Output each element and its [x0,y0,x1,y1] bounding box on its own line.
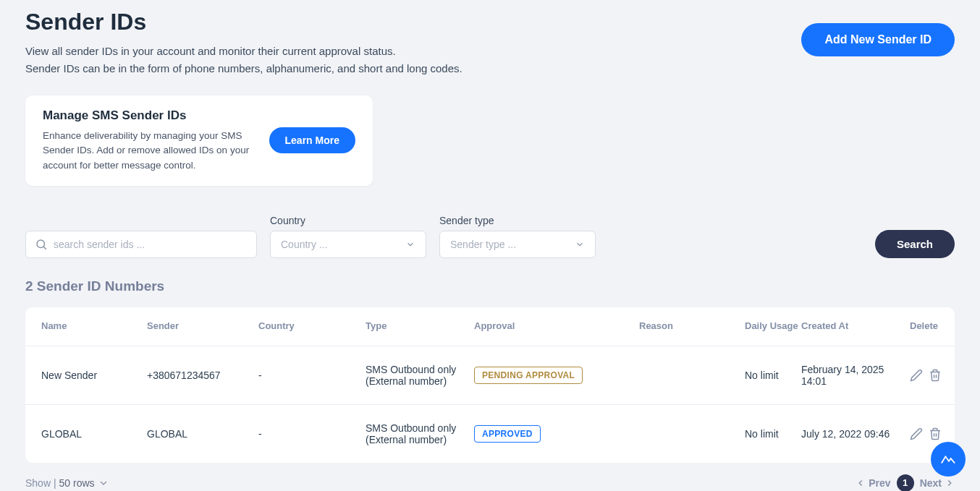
cell-approval: APPROVED [474,425,639,443]
sender-table: Name Sender Country Type Approval Reason… [25,307,955,463]
edit-icon[interactable] [910,427,923,440]
chevron-down-icon [98,477,109,489]
th-type: Type [366,320,474,333]
chevron-down-icon [575,239,585,249]
cell-type: SMS Outbound only (External number) [366,364,474,387]
search-input-wrapper[interactable] [25,231,257,258]
section-title: 2 Sender ID Numbers [25,278,955,294]
learn-more-button[interactable]: Learn More [269,127,355,153]
card-title: Manage SMS Sender IDs [43,108,260,123]
page-number[interactable]: 1 [897,474,914,491]
pagination: Prev 1 Next [856,474,955,491]
edit-icon[interactable] [910,369,923,382]
show-label: Show | [25,477,56,489]
trash-icon[interactable] [929,369,942,382]
th-reason: Reason [639,320,745,333]
cell-usage: No limit [745,370,801,381]
prev-button[interactable]: Prev [856,477,890,489]
trash-icon[interactable] [929,427,942,440]
country-label: Country [270,215,426,226]
approval-badge: APPROVED [474,425,541,443]
cell-sender: +380671234567 [147,370,258,381]
th-sender: Sender [147,320,258,333]
table-row: New Sender +380671234567 - SMS Outbound … [25,346,955,405]
country-select[interactable]: Country ... [270,231,426,258]
add-sender-button[interactable]: Add New Sender ID [801,23,955,56]
rows-per-page-select[interactable]: Show | 50 rows [25,477,109,489]
search-input[interactable] [54,239,248,250]
search-icon [35,238,48,251]
chevron-right-icon [945,478,955,488]
cell-country: - [258,370,366,381]
country-placeholder: Country ... [281,239,328,250]
cell-approval: PENDING APPROVAL [474,367,639,384]
th-usage: Daily Usage [745,320,801,333]
rows-count: 50 rows [59,477,95,489]
page-title: Sender IDs [25,9,462,35]
next-button[interactable]: Next [920,477,955,489]
card-text: Enhance deliverability by managing your … [43,129,260,173]
cell-actions [910,369,953,382]
cell-sender: GLOBAL [147,428,258,440]
next-label: Next [920,477,942,489]
help-fab[interactable] [931,442,966,477]
th-country: Country [258,320,366,333]
sender-type-label: Sender type [439,215,596,226]
table-header: Name Sender Country Type Approval Reason… [25,307,955,346]
th-delete: Delete [910,320,953,333]
approval-badge: PENDING APPROVAL [474,367,583,384]
prev-label: Prev [869,477,890,489]
cell-created: February 14, 2025 14:01 [801,364,910,387]
cell-name: New Sender [41,370,147,381]
cell-type: SMS Outbound only (External number) [366,422,474,445]
mountain-icon [940,451,956,467]
svg-point-0 [37,240,45,248]
chevron-down-icon [405,239,415,249]
cell-actions [910,427,953,440]
sender-type-select[interactable]: Sender type ... [439,231,596,258]
sender-type-placeholder: Sender type ... [450,239,516,250]
th-created: Created At [801,320,910,333]
page-subtitle-2: Sender IDs can be in the form of phone n… [25,60,462,77]
svg-line-1 [43,247,46,249]
search-button[interactable]: Search [875,230,955,258]
cell-created: July 12, 2022 09:46 [801,428,910,440]
cell-name: GLOBAL [41,428,147,440]
manage-sms-card: Manage SMS Sender IDs Enhance deliverabi… [25,95,373,186]
cell-country: - [258,428,366,440]
th-approval: Approval [474,320,639,333]
chevron-left-icon [856,478,866,488]
table-row: GLOBAL GLOBAL - SMS Outbound only (Exter… [25,405,955,463]
th-name: Name [41,320,147,333]
cell-usage: No limit [745,428,801,440]
page-subtitle-1: View all sender IDs in your account and … [25,43,462,60]
